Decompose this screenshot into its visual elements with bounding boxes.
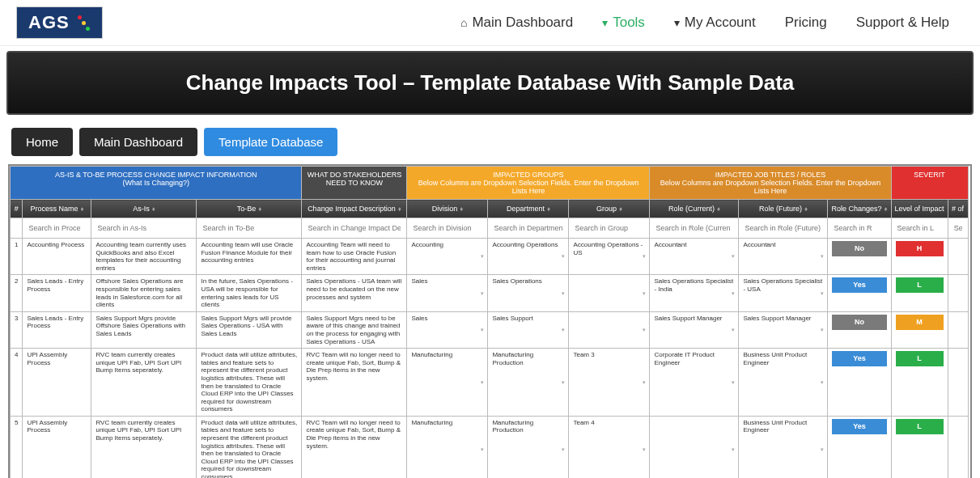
col-header[interactable]: Role (Current)♦ — [650, 200, 739, 218]
search-input[interactable] — [199, 221, 299, 235]
home-button[interactable]: Home — [11, 128, 73, 156]
col-header[interactable]: To-Be♦ — [197, 200, 302, 218]
nav-label: Pricing — [785, 15, 827, 31]
text-cell: RVC team currently creates unique UPI Fa… — [91, 416, 197, 478]
col-header[interactable]: Level of Impact — [891, 200, 948, 218]
search-input[interactable] — [741, 221, 825, 235]
search-cell — [569, 218, 650, 239]
col-header[interactable]: As-Is♦ — [91, 200, 197, 218]
sort-icon: ♦ — [717, 205, 720, 213]
col-header[interactable]: Department♦ — [488, 200, 569, 218]
role-change-cell: Yes — [828, 416, 891, 478]
cell-value: Business Unit Product Engineer — [743, 419, 807, 434]
dropdown-cell[interactable]: Sales Operations Specialist - USA▾ — [739, 275, 828, 311]
cell-value: Sales Operations Specialist - India — [654, 277, 733, 293]
dropdown-cell[interactable]: Sales Support Manager▾ — [650, 311, 739, 348]
dropdown-cell[interactable]: Team 3▾ — [569, 349, 650, 417]
dropdown-cell[interactable]: Accounting Operations▾ — [488, 239, 569, 275]
col-header[interactable]: # — [11, 200, 23, 218]
search-cell — [11, 218, 23, 239]
text-cell: Sales Support Mgrs need to be aware of t… — [302, 311, 407, 348]
col-header[interactable]: Change Impact Description♦ — [302, 200, 407, 218]
dropdown-cell[interactable]: Accountant▾ — [650, 239, 739, 275]
logo-icon — [76, 13, 91, 32]
cell-value: Manufacturing Production — [492, 351, 533, 366]
data-table: AS-IS & TO-BE PROCESS CHANGE IMPACT INFO… — [10, 166, 969, 478]
dropdown-cell[interactable]: Sales Operations Specialist - India▾ — [650, 275, 739, 311]
cell-value: Accountant — [743, 241, 775, 248]
dropdown-cell[interactable]: Accountant▾ — [739, 239, 828, 275]
dropdown-cell[interactable]: Accounting▾ — [407, 239, 488, 275]
table-row: 1Accounting ProcessAccounting team curre… — [11, 239, 969, 275]
template-db-button[interactable]: Template Database — [204, 128, 337, 156]
text-cell — [948, 349, 968, 417]
caret-down-icon: ▾ — [732, 327, 735, 333]
table-row: 2Sales Leads - Entry ProcessOffshore Sal… — [11, 275, 969, 311]
dashboard-button[interactable]: Main Dashboard — [79, 128, 197, 156]
dropdown-cell[interactable]: Manufacturing▾ — [407, 416, 488, 478]
nav-main-dashboard[interactable]: ⌂Main Dashboard — [460, 15, 573, 31]
impact-badge: L — [896, 351, 944, 366]
dropdown-cell[interactable]: ▾ — [569, 311, 650, 348]
dropdown-cell[interactable]: Sales▾ — [407, 311, 488, 348]
search-input[interactable] — [490, 221, 566, 235]
dropdown-cell[interactable]: ▾ — [569, 275, 650, 311]
search-input[interactable] — [304, 221, 404, 235]
col-header[interactable]: Division♦ — [407, 200, 488, 218]
text-cell: Accounting Team will need to learn how t… — [302, 239, 407, 275]
search-input[interactable] — [652, 221, 736, 235]
dropdown-cell[interactable]: Business Unit Product Engineer▾ — [739, 349, 828, 417]
text-cell — [948, 311, 968, 348]
search-input[interactable] — [409, 221, 485, 235]
cell-value: Sales — [411, 277, 427, 285]
cell-value: Accounting — [411, 241, 443, 248]
col-header[interactable]: Role Changes?♦ — [828, 200, 891, 218]
search-input[interactable] — [894, 221, 945, 235]
text-cell — [948, 275, 968, 311]
nav-tools[interactable]: ▾Tools — [602, 15, 645, 31]
text-cell: Accounting Process — [23, 239, 91, 275]
dropdown-cell[interactable]: Team 4▾ — [569, 416, 650, 478]
search-input[interactable] — [951, 221, 965, 235]
col-header[interactable]: Role (Future)♦ — [739, 200, 828, 218]
cell-value: Accountant — [654, 241, 686, 248]
dropdown-cell[interactable]: Sales Support▾ — [488, 311, 569, 348]
search-input[interactable] — [830, 221, 888, 235]
dropdown-cell[interactable]: Accounting Operations - US▾ — [569, 239, 650, 275]
caret-down-icon: ▾ — [732, 253, 735, 260]
search-cell — [197, 218, 302, 239]
search-input[interactable] — [571, 221, 647, 235]
text-cell: Sales Leads - Entry Process — [23, 275, 91, 311]
col-header[interactable]: # of — [948, 200, 968, 218]
nav-support-help[interactable]: Support & Help — [856, 15, 949, 31]
data-table-wrap: AS-IS & TO-BE PROCESS CHANGE IMPACT INFO… — [8, 164, 972, 478]
cell-value: Manufacturing — [411, 419, 452, 426]
caret-down-icon: ▾ — [481, 379, 484, 385]
search-cell — [23, 218, 91, 239]
col-header[interactable]: Process Name♦ — [23, 200, 91, 218]
text-cell: Accounting team currently uses QuickBook… — [91, 239, 197, 275]
search-input[interactable] — [94, 221, 193, 235]
nav-my-account[interactable]: ▾My Account — [674, 15, 756, 31]
logo: AGS — [16, 6, 103, 39]
cell-value: Accounting Operations - US — [573, 241, 643, 256]
impact-badge: L — [896, 277, 944, 293]
dropdown-cell[interactable]: Manufacturing Production▾ — [488, 416, 569, 478]
sort-icon: ♦ — [885, 205, 888, 213]
dropdown-cell[interactable]: Sales Support Manager▾ — [739, 311, 828, 348]
col-header[interactable]: Group♦ — [569, 200, 650, 218]
dropdown-cell[interactable]: Sales▾ — [407, 275, 488, 311]
dropdown-cell[interactable]: ▾ — [650, 416, 739, 478]
dropdown-cell[interactable]: Manufacturing▾ — [407, 349, 488, 417]
nav-pricing[interactable]: Pricing — [785, 15, 827, 31]
nav-label: My Account — [685, 15, 756, 31]
search-input[interactable] — [25, 221, 88, 235]
caret-down-icon: ▾ — [732, 379, 735, 385]
dropdown-cell[interactable]: Sales Operations▾ — [488, 275, 569, 311]
caret-down-icon: ▾ — [562, 253, 565, 260]
text-cell: Offshore Sales Operations are responsibl… — [91, 275, 197, 311]
caret-down-icon: ▾ — [821, 253, 824, 260]
dropdown-cell[interactable]: Business Unit Product Engineer▾ — [739, 416, 828, 478]
dropdown-cell[interactable]: Corporate IT Product Engineer▾ — [650, 349, 739, 417]
dropdown-cell[interactable]: Manufacturing Production▾ — [488, 349, 569, 417]
